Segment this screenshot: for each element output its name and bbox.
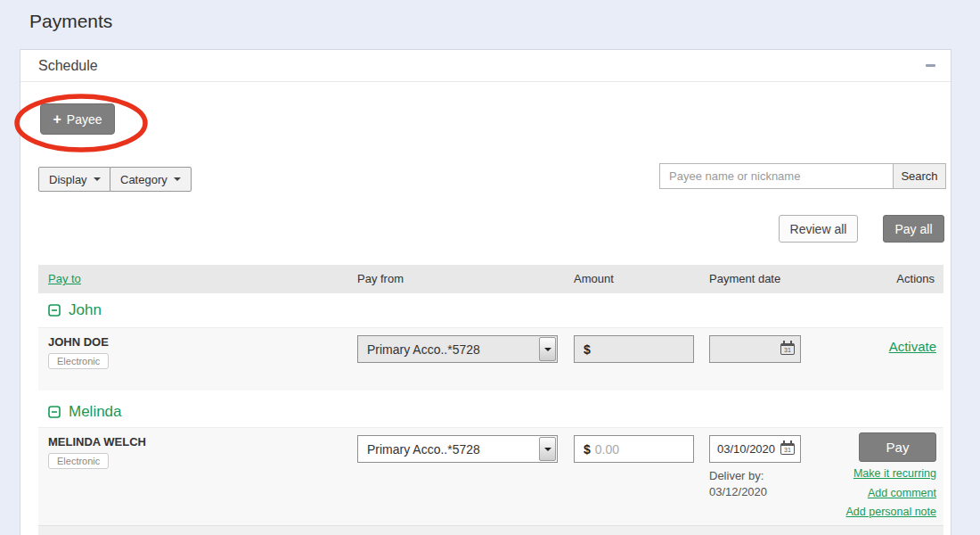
make-it-recurring-link[interactable]: Make it recurring: [853, 467, 936, 480]
payee-row-melinda-welch: MELINDA WELCH Electronic Primary Acco..*…: [38, 428, 943, 525]
category-dropdown[interactable]: Category: [110, 167, 192, 192]
dollar-prefix: $: [584, 442, 591, 457]
header-actions: Actions: [896, 272, 935, 285]
pay-button[interactable]: Pay: [859, 432, 936, 462]
group-header-john[interactable]: John: [38, 293, 943, 328]
review-all-button[interactable]: Review all: [779, 215, 858, 243]
deliver-by-label: Deliver by:: [709, 469, 764, 482]
chevron-down-icon: [174, 177, 181, 181]
page-title: Payments: [29, 11, 112, 32]
display-dropdown[interactable]: Display: [38, 167, 111, 192]
group-name: Melinda: [69, 403, 122, 421]
payment-date-field[interactable]: 31: [709, 335, 801, 363]
collapse-button[interactable]: [924, 60, 936, 72]
header-pay-from: Pay from: [357, 272, 404, 285]
payee-type-badge: Electronic: [48, 453, 109, 469]
total-row: Total: [38, 525, 943, 535]
chevron-down-icon: [539, 437, 556, 461]
chevron-down-icon: [94, 177, 101, 181]
payee-name: JOHN DOE: [48, 335, 109, 349]
payments-table: Pay to Pay from Amount Payment date Acti…: [38, 265, 943, 535]
calendar-icon[interactable]: 31: [780, 343, 795, 355]
amount-input[interactable]: [595, 342, 675, 357]
add-comment-link[interactable]: Add comment: [868, 487, 936, 499]
activate-link[interactable]: Activate: [889, 339, 936, 354]
header-amount: Amount: [574, 272, 614, 285]
amount-field[interactable]: $: [574, 335, 694, 363]
header-payment-date: Payment date: [709, 272, 780, 285]
add-payee-button[interactable]: + Payee: [40, 103, 115, 135]
plus-icon: +: [53, 112, 61, 127]
payment-date-field[interactable]: 03/10/2020 31: [709, 435, 801, 463]
minus-icon: [926, 64, 935, 67]
schedule-panel: Schedule + Payee Display Category Search…: [20, 49, 951, 535]
display-label: Display: [49, 173, 87, 186]
search-button[interactable]: Search: [893, 163, 946, 189]
pay-from-select[interactable]: Primary Acco..*5728: [357, 435, 558, 463]
search-group: Search: [659, 163, 946, 189]
amount-field[interactable]: $: [574, 435, 694, 463]
payee-row-john-doe: JOHN DOE Electronic Primary Acco..*5728 …: [38, 328, 943, 391]
pay-from-value: Primary Acco..*5728: [367, 442, 480, 457]
dollar-prefix: $: [584, 342, 591, 357]
panel-header: Schedule: [20, 50, 951, 82]
add-payee-label: Payee: [67, 112, 102, 127]
chevron-down-icon: [539, 337, 556, 361]
pay-from-select[interactable]: Primary Acco..*5728: [357, 335, 558, 363]
header-pay-to[interactable]: Pay to: [48, 272, 81, 285]
search-input[interactable]: [659, 163, 893, 189]
panel-title: Schedule: [38, 58, 98, 74]
deliver-by-date: 03/12/2020: [709, 485, 767, 498]
group-header-melinda[interactable]: Melinda: [38, 391, 943, 428]
collapse-group-icon[interactable]: [48, 304, 61, 317]
date-value: 03/10/2020: [717, 442, 775, 456]
calendar-icon[interactable]: 31: [780, 443, 795, 455]
collapse-group-icon[interactable]: [48, 406, 61, 418]
amount-input[interactable]: [595, 442, 675, 457]
pay-from-value: Primary Acco..*5728: [367, 342, 480, 357]
pay-all-button[interactable]: Pay all: [883, 215, 944, 243]
add-personal-note-link[interactable]: Add personal note: [846, 506, 936, 518]
category-label: Category: [120, 173, 167, 186]
group-name: John: [69, 301, 102, 319]
table-header-row: Pay to Pay from Amount Payment date Acti…: [38, 265, 943, 293]
payee-type-badge: Electronic: [48, 353, 109, 369]
payee-name: MELINDA WELCH: [48, 435, 146, 449]
